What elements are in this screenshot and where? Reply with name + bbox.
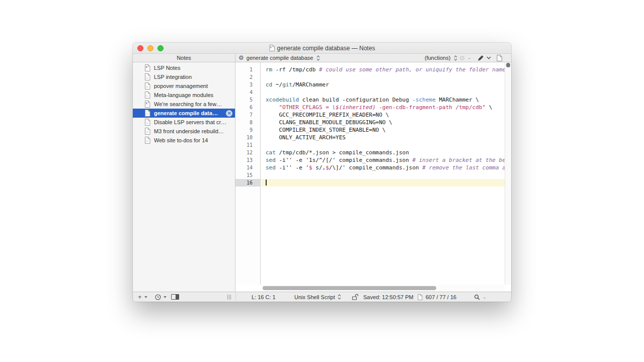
vertical-scrollbar[interactable] <box>505 62 511 285</box>
plus-icon: + <box>138 293 142 301</box>
document-proxy-icon[interactable] <box>269 45 275 51</box>
note-list-item[interactable]: LSP Notes <box>133 63 235 72</box>
code-token: -gen-cdb-fragment-path /tmp/cdb" <box>376 104 486 111</box>
code-line[interactable] <box>261 73 505 81</box>
note-title: popover management <box>154 83 235 89</box>
code-line[interactable]: cd ~/git/MARChammer <box>261 81 505 88</box>
code-token: # could use some other path, or uniquify… <box>319 66 505 73</box>
search-button[interactable] <box>474 292 480 302</box>
code-line[interactable]: xcodebuild clean build -configuration De… <box>261 96 505 104</box>
sidebar-header: Notes <box>177 55 191 61</box>
code-token: git <box>282 81 292 88</box>
code-token: s/, <box>312 164 326 171</box>
document-icon <box>144 119 150 126</box>
note-title: LSP Notes <box>154 65 235 71</box>
line-number: 5 <box>235 96 260 104</box>
note-list-item[interactable]: generate compile data…✕ <box>133 109 235 118</box>
gear-icon[interactable]: ⚙ <box>238 55 244 61</box>
code-line[interactable]: COMPILER_INDEX_STORE_ENABLE=NO \ <box>261 126 505 134</box>
zoom-window-button[interactable] <box>157 45 164 51</box>
text-cursor <box>266 179 267 186</box>
note-title: LSP integration <box>154 74 235 80</box>
status-indicator-circle <box>460 56 464 60</box>
document-icon <box>144 73 150 80</box>
status-bar: + L: 16 C: 1 Unix Shell Script <box>133 292 511 302</box>
document-title-dropdown[interactable]: generate compile database <box>247 55 313 61</box>
code-token: /MARChammer <box>292 81 329 88</box>
code-line[interactable] <box>261 88 505 96</box>
unlocked-padlock-icon <box>352 294 359 300</box>
code-token: xcodebuild <box>266 97 299 103</box>
note-list-item[interactable]: LSP integration <box>133 72 235 81</box>
code-line[interactable]: CLANG_ENABLE_MODULE_DEBUGGING=NO \ <box>261 119 505 126</box>
note-title: M3 front underside rebuild… <box>154 128 235 134</box>
note-title: Disable LSP servers that cr… <box>154 119 235 125</box>
note-list-item[interactable]: We're searching for a few… <box>133 100 235 109</box>
note-list-item[interactable]: Disable LSP servers that cr… <box>133 118 235 127</box>
toggle-sidebar-button[interactable] <box>171 292 179 302</box>
stepper-icon <box>338 294 341 300</box>
statusbar-dash: - <box>484 292 486 302</box>
code-token: CLANG_ENABLE_MODULE_DEBUGGING=NO \ <box>266 119 392 126</box>
code-line[interactable] <box>261 179 505 187</box>
language-dropdown[interactable]: Unix Shell Script <box>294 292 341 302</box>
line-number: 14 <box>235 164 260 171</box>
line-number: 1 <box>235 66 260 73</box>
code-editor[interactable]: rm -rf /tmp/cdb # could use some other p… <box>261 62 505 285</box>
note-list-item[interactable]: popover management <box>133 81 235 90</box>
line-number: 12 <box>235 149 260 156</box>
code-token: \ <box>486 104 492 111</box>
notes-window: generate compile database — Notes Notes … <box>133 43 511 302</box>
code-line[interactable] <box>261 141 505 149</box>
close-window-button[interactable] <box>137 45 143 51</box>
code-line[interactable]: cat /tmp/cdb/*.json > compile_commands.j… <box>261 149 505 156</box>
code-token: cat <box>266 149 276 156</box>
code-token: sed <box>266 164 276 171</box>
close-note-badge[interactable]: ✕ <box>226 110 232 117</box>
code-line[interactable] <box>261 171 505 179</box>
document-icon <box>144 137 150 144</box>
code-line[interactable]: rm -rf /tmp/cdb # could use some other p… <box>261 66 505 73</box>
code-token: rm <box>266 66 272 73</box>
code-line[interactable]: "OTHER_CFLAGS = \$(inherited) -gen-cdb-f… <box>261 104 505 111</box>
cursor-position: L: 16 C: 1 <box>252 292 276 302</box>
note-title: Web site to-dos for 14 <box>154 137 235 143</box>
chevron-down-icon[interactable] <box>487 56 491 59</box>
lock-toggle[interactable] <box>352 292 359 302</box>
vertical-scrollbar-thumb[interactable] <box>506 63 510 67</box>
note-list-item[interactable]: Web site to-dos for 14 <box>133 136 235 145</box>
title-bar[interactable]: generate compile database — Notes <box>133 43 511 54</box>
grip-icon <box>227 295 231 300</box>
code-line[interactable]: ONLY_ACTIVE_ARCH=YES <box>261 134 505 141</box>
char-word-line-counts: 607 / 77 / 16 <box>426 292 456 302</box>
line-number: 3 <box>235 81 260 88</box>
note-title: Meta-language modules <box>154 92 235 98</box>
rich-document-icon <box>144 64 150 71</box>
main-content: LSP NotesLSP integrationpopover manageme… <box>133 62 511 292</box>
code-token: /\]/' compile_commands.json <box>329 164 422 171</box>
horizontal-scrollbar-thumb[interactable] <box>263 286 436 290</box>
pencil-icon[interactable] <box>477 55 484 61</box>
horizontal-scrollbar[interactable] <box>261 285 505 292</box>
line-number: 7 <box>235 111 260 119</box>
line-number: 2 <box>235 73 260 81</box>
editor-area: 12345678910111213141516 rm -rf /tmp/cdb … <box>235 62 511 292</box>
counterpart-document-icon[interactable] <box>497 55 502 61</box>
toolbar-dash: - <box>467 55 472 61</box>
recent-notes-button[interactable] <box>155 292 167 302</box>
code-token: -i'' -e ' <box>276 164 309 171</box>
add-note-button[interactable]: + <box>138 292 147 302</box>
code-line[interactable]: sed -i'' -e '$ s/,$/\]/' compile_command… <box>261 164 505 171</box>
note-list-item[interactable]: M3 front underside rebuild… <box>133 127 235 136</box>
note-list-item[interactable]: Meta-language modules <box>133 90 235 100</box>
functions-dropdown[interactable]: (functions) <box>425 55 450 61</box>
code-token: $ <box>326 164 329 171</box>
minimize-window-button[interactable] <box>147 45 153 51</box>
code-line[interactable]: GCC_PRECOMPILE_PREFIX_HEADER=NO \ <box>261 111 505 119</box>
rich-document-icon <box>144 101 150 108</box>
divider-grip[interactable] <box>227 292 231 302</box>
code-token: $ <box>309 164 312 171</box>
code-token: -rf /tmp/cdb <box>272 66 319 73</box>
code-line[interactable]: sed -i'' -e '1s/^/[/' compile_commands.j… <box>261 156 505 164</box>
line-number: 8 <box>235 119 260 126</box>
